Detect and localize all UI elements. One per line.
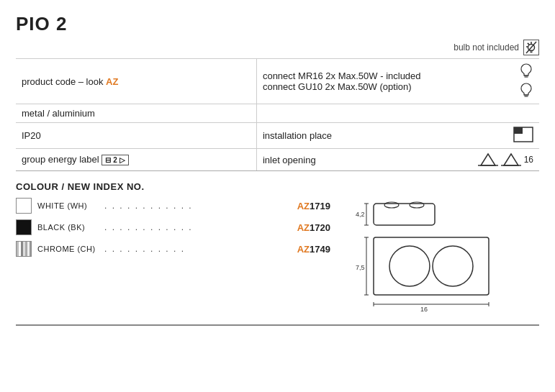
black-code: AZ1720 — [297, 222, 330, 233]
black-name: BLACK (BK) — [37, 223, 99, 232]
table-row-3: IP20 installation place — [16, 123, 539, 149]
connect-mr16-text: connect MR16 2x Max.50W - included — [263, 70, 421, 81]
installation-cell: installation place — [256, 123, 539, 149]
dim-side-label: 7,5 — [356, 264, 365, 271]
colour-row-white: WHITE (WH) . . . . . . . . . . . . AZ171… — [16, 198, 330, 214]
chrome-dots: . . . . . . . . . . . — [104, 244, 292, 254]
bulb-notice-text: bulb not included — [454, 42, 519, 53]
inlet-dimension: 16 — [524, 155, 533, 165]
white-number: 1719 — [310, 201, 330, 211]
white-prefix: AZ — [297, 201, 310, 211]
svg-rect-27 — [374, 237, 489, 295]
white-name: WHITE (WH) — [37, 201, 99, 210]
mr16-lamp-icon — [519, 63, 533, 81]
spec-table: product code – look AZ connect MR16 2x M… — [16, 58, 539, 171]
svg-rect-21 — [374, 204, 435, 225]
table-row-2: metal / aluminium — [16, 104, 539, 123]
product-title: PIO 2 — [16, 13, 539, 35]
dim-bottom-label: 16 — [420, 306, 428, 313]
product-code-highlight: AZ — [106, 76, 118, 87]
dim-top-label: 4,2 — [356, 211, 365, 218]
ip-cell: IP20 — [16, 123, 256, 149]
inlet-cell: inlet opening 16 — [256, 149, 539, 171]
svg-point-23 — [410, 202, 424, 208]
table-row-1: product code – look AZ connect MR16 2x M… — [16, 59, 539, 104]
svg-point-22 — [384, 202, 399, 208]
svg-marker-16 — [504, 154, 518, 165]
installation-label: installation place — [263, 130, 332, 141]
svg-point-28 — [389, 246, 430, 286]
ip-label: IP20 — [22, 130, 41, 141]
bulb-icon — [523, 40, 539, 55]
black-dots: . . . . . . . . . . . . — [104, 222, 292, 232]
colour-row-black: BLACK (BK) . . . . . . . . . . . . AZ172… — [16, 219, 330, 235]
colour-list: WHITE (WH) . . . . . . . . . . . . AZ171… — [16, 198, 330, 313]
chrome-swatch — [16, 241, 32, 257]
connect-gu10-text: connect GU10 2x Max.50W (option) — [263, 81, 421, 92]
black-swatch — [16, 219, 32, 235]
white-dots: . . . . . . . . . . . . — [104, 201, 292, 211]
energy-cell: group energy label ⊟ 2 ▷ — [16, 149, 256, 171]
material-cell: metal / aluminium — [16, 104, 256, 123]
colour-section: WHITE (WH) . . . . . . . . . . . . AZ171… — [16, 198, 539, 313]
install-place-icon — [513, 127, 533, 145]
inlet-icon-group: 16 — [478, 152, 533, 167]
table-row-4: group energy label ⊟ 2 ▷ inlet opening — [16, 149, 539, 171]
svg-point-29 — [433, 246, 473, 286]
white-swatch — [16, 198, 32, 214]
inlet-label: inlet opening — [263, 155, 316, 165]
dimension-diagram: 4,2 7,5 16 — [352, 198, 539, 313]
energy-badge-icon: ⊟ — [105, 156, 111, 164]
empty-cell — [256, 104, 539, 123]
product-code-cell: product code – look AZ — [16, 59, 256, 104]
energy-badge-value: 2 — [113, 156, 117, 164]
svg-rect-13 — [514, 127, 523, 134]
connect-cell: connect MR16 2x Max.50W - included conne… — [256, 59, 539, 104]
bulb-notice-row: bulb not included — [16, 40, 539, 55]
black-number: 1720 — [310, 222, 330, 233]
gu10-lamp-icon — [519, 82, 533, 100]
energy-label: group energy label — [22, 154, 101, 165]
bottom-divider — [16, 324, 539, 326]
svg-marker-14 — [481, 154, 495, 165]
lamp-icons — [519, 63, 533, 100]
product-code-label: product code – look — [22, 76, 106, 87]
white-code: AZ1719 — [297, 201, 330, 211]
chrome-prefix: AZ — [297, 244, 310, 255]
black-prefix: AZ — [297, 222, 310, 233]
chrome-code: AZ1749 — [297, 244, 330, 255]
svg-line-6 — [528, 43, 529, 45]
energy-badge-arrow: ▷ — [119, 156, 125, 164]
chrome-name: CHROME (CH) — [37, 245, 99, 253]
energy-badge: ⊟ 2 ▷ — [101, 155, 129, 165]
colour-section-title: COLOUR / NEW INDEX NO. — [16, 181, 539, 192]
colour-row-chrome: CHROME (CH) . . . . . . . . . . . AZ1749 — [16, 241, 330, 257]
chrome-number: 1749 — [310, 244, 330, 255]
diagram-svg: 4,2 7,5 16 — [352, 198, 518, 313]
material-label: metal / aluminium — [22, 108, 95, 119]
